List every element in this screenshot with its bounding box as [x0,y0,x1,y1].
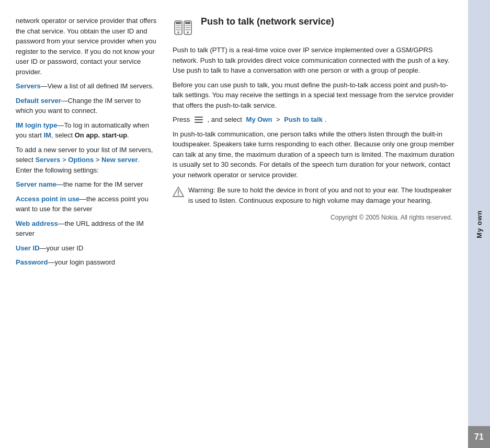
left-col: network operator or service provider tha… [16,16,157,438]
web-address-paragraph: Web address—the URL address of the IM se… [16,219,157,239]
servers-link[interactable]: Servers [16,82,41,90]
warning-text: Warning: Be sure to hold the device in f… [188,185,458,205]
im-login-paragraph: IM login type—To log in automatically wh… [16,120,157,141]
press-and-select: , and select [206,114,244,125]
main-content: network operator or service provider tha… [0,0,468,448]
press-line: Press , and select My Own > Push to talk… [173,114,458,125]
menu-icon [194,115,203,124]
svg-rect-12 [195,117,203,118]
new-server-link[interactable]: New server [101,156,138,164]
access-point-paragraph: Access point in use—the access point you… [16,194,157,214]
svg-point-5 [177,31,179,33]
press-text: Press [173,114,192,125]
on-app-label: On app. start-up [75,131,127,139]
warning-box: Warning: Be sure to hold the device in f… [173,185,458,205]
svg-point-17 [178,194,179,196]
server-name-paragraph: Server name—the name for the IM server [16,179,157,190]
warning-icon [173,186,184,205]
svg-rect-9 [185,27,190,28]
servers-text: —View a list of all defined IM servers. [41,82,154,90]
password-paragraph: Password—your login password [16,257,157,268]
servers-link2[interactable]: Servers [36,156,61,164]
svg-rect-3 [176,27,181,28]
section-title-block: Push to talk (network service) [173,16,458,40]
servers-paragraph: Servers—View a list of all defined IM se… [16,81,157,91]
section-heading: Push to talk (network service) [201,16,334,28]
im-login-label[interactable]: IM login type [16,121,57,129]
two-col: network operator or service provider tha… [16,16,458,438]
svg-rect-7 [185,22,190,24]
svg-rect-13 [195,119,203,120]
my-own-link[interactable]: My Own [246,114,272,125]
access-point-link[interactable]: Access point in use [16,195,79,203]
svg-rect-2 [176,25,181,26]
user-id-paragraph: User ID—your user ID [16,243,157,254]
page-number-box: 71 [468,426,490,448]
page-number: 71 [474,432,484,442]
push-to-talk-link[interactable]: Push to talk [284,114,323,125]
sidebar-tab-label: My own [475,210,483,238]
svg-rect-14 [195,122,203,123]
page-container: network operator or service provider tha… [0,0,490,448]
default-server-paragraph: Default server—Change the IM server to w… [16,96,157,116]
password-link[interactable]: Password [16,258,48,266]
intro-paragraph: network operator or service provider tha… [16,16,157,77]
im-link[interactable]: IM [43,131,51,139]
right-para3: In push-to-talk communication, one perso… [173,129,458,180]
svg-point-11 [187,31,189,33]
right-para1: Push to talk (PTT) is a real-time voice … [173,45,458,76]
default-server-link[interactable]: Default server [16,97,61,105]
svg-rect-1 [176,22,181,24]
options-link[interactable]: Options [68,156,94,164]
add-server-paragraph: To add a new server to your list of IM s… [16,145,157,176]
web-address-link[interactable]: Web address [16,220,58,227]
ptt-icon [173,17,196,40]
user-id-link[interactable]: User ID [16,244,40,252]
svg-rect-8 [185,25,190,26]
svg-rect-4 [176,29,181,30]
copyright: Copyright © 2005 Nokia. All rights reser… [173,214,458,221]
sidebar-tab: My own 71 [468,0,490,448]
right-para2: Before you can use push to talk, you mus… [173,80,458,111]
svg-rect-10 [185,29,190,30]
right-col: Push to talk (network service) Push to t… [173,16,458,438]
server-name-label[interactable]: Server name [16,180,56,188]
